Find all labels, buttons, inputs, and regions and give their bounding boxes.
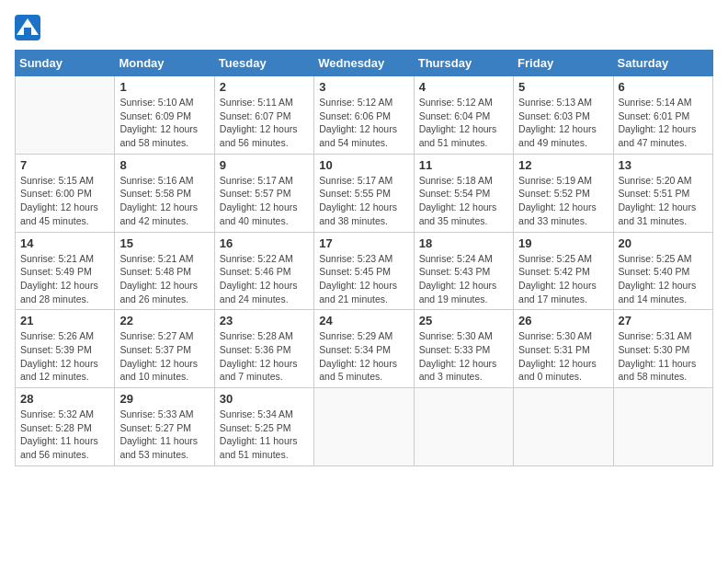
- calendar-cell: 14Sunrise: 5:21 AMSunset: 5:49 PMDayligh…: [16, 232, 115, 310]
- day-info: Sunrise: 5:11 AMSunset: 6:07 PMDaylight:…: [220, 96, 309, 150]
- day-number: 18: [419, 236, 508, 250]
- day-info: Sunrise: 5:23 AMSunset: 5:45 PMDaylight:…: [319, 252, 408, 306]
- day-number: 9: [220, 158, 309, 172]
- day-info: Sunrise: 5:30 AMSunset: 5:31 PMDaylight:…: [518, 329, 608, 384]
- calendar-cell: 10Sunrise: 5:17 AMSunset: 5:55 PMDayligh…: [314, 154, 414, 232]
- calendar-cell: 4Sunrise: 5:12 AMSunset: 6:04 PMDaylight…: [414, 76, 513, 155]
- day-number: 13: [619, 158, 708, 172]
- day-info: Sunrise: 5:14 AMSunset: 6:01 PMDaylight:…: [619, 96, 708, 150]
- calendar-cell: 5Sunrise: 5:13 AMSunset: 6:03 PMDaylight…: [514, 76, 613, 155]
- page-header: [15, 15, 713, 40]
- day-info: Sunrise: 5:19 AMSunset: 5:52 PMDaylight:…: [518, 174, 608, 228]
- day-info: Sunrise: 5:27 AMSunset: 5:37 PMDaylight:…: [119, 329, 209, 384]
- day-info: Sunrise: 5:29 AMSunset: 5:34 PMDaylight:…: [319, 329, 408, 384]
- day-number: 3: [319, 80, 408, 94]
- calendar-cell: 16Sunrise: 5:22 AMSunset: 5:46 PMDayligh…: [214, 232, 313, 310]
- day-number: 27: [619, 314, 708, 327]
- day-number: 29: [119, 392, 209, 406]
- day-info: Sunrise: 5:33 AMSunset: 5:27 PMDaylight:…: [119, 408, 209, 462]
- day-number: 10: [319, 158, 408, 172]
- calendar-cell: [514, 388, 613, 466]
- day-number: 4: [419, 80, 508, 94]
- day-info: Sunrise: 5:18 AMSunset: 5:54 PMDaylight:…: [419, 174, 508, 228]
- day-info: Sunrise: 5:10 AMSunset: 6:09 PMDaylight:…: [119, 96, 209, 150]
- day-info: Sunrise: 5:17 AMSunset: 5:55 PMDaylight:…: [319, 174, 408, 228]
- day-info: Sunrise: 5:24 AMSunset: 5:43 PMDaylight:…: [419, 252, 508, 306]
- day-number: 15: [119, 236, 209, 250]
- day-number: 2: [220, 80, 309, 94]
- day-number: 28: [20, 392, 109, 406]
- day-number: 11: [419, 158, 508, 172]
- calendar-cell: 1Sunrise: 5:10 AMSunset: 6:09 PMDaylight…: [115, 76, 214, 155]
- day-number: 12: [518, 158, 608, 172]
- calendar-day-header: Tuesday: [214, 51, 313, 76]
- calendar-week-row: 7Sunrise: 5:15 AMSunset: 6:00 PMDaylight…: [16, 154, 713, 232]
- day-info: Sunrise: 5:17 AMSunset: 5:57 PMDaylight:…: [220, 174, 309, 228]
- day-info: Sunrise: 5:16 AMSunset: 5:58 PMDaylight:…: [119, 174, 209, 228]
- day-info: Sunrise: 5:25 AMSunset: 5:42 PMDaylight:…: [518, 252, 608, 306]
- calendar-day-header: Monday: [115, 51, 214, 76]
- day-number: 7: [20, 158, 109, 172]
- logo: [15, 15, 44, 40]
- svg-rect-2: [24, 28, 31, 35]
- day-number: 1: [119, 80, 209, 94]
- calendar-cell: 27Sunrise: 5:31 AMSunset: 5:30 PMDayligh…: [613, 310, 712, 388]
- day-info: Sunrise: 5:12 AMSunset: 6:04 PMDaylight:…: [419, 96, 508, 150]
- calendar-day-header: Saturday: [613, 51, 712, 76]
- calendar-week-row: 21Sunrise: 5:26 AMSunset: 5:39 PMDayligh…: [16, 310, 713, 388]
- day-number: 26: [518, 314, 608, 327]
- day-info: Sunrise: 5:25 AMSunset: 5:40 PMDaylight:…: [619, 252, 708, 306]
- calendar-day-header: Sunday: [16, 51, 115, 76]
- day-number: 16: [220, 236, 309, 250]
- calendar-cell: 29Sunrise: 5:33 AMSunset: 5:27 PMDayligh…: [115, 388, 214, 466]
- calendar-cell: 6Sunrise: 5:14 AMSunset: 6:01 PMDaylight…: [613, 76, 712, 155]
- calendar-cell: 18Sunrise: 5:24 AMSunset: 5:43 PMDayligh…: [414, 232, 513, 310]
- day-number: 21: [20, 314, 109, 327]
- calendar-cell: 22Sunrise: 5:27 AMSunset: 5:37 PMDayligh…: [115, 310, 214, 388]
- calendar-cell: [613, 388, 712, 466]
- calendar-day-header: Wednesday: [314, 51, 414, 76]
- day-number: 23: [220, 314, 309, 327]
- calendar-cell: 20Sunrise: 5:25 AMSunset: 5:40 PMDayligh…: [613, 232, 712, 310]
- day-info: Sunrise: 5:13 AMSunset: 6:03 PMDaylight:…: [518, 96, 608, 150]
- day-number: 22: [119, 314, 209, 327]
- calendar-day-header: Friday: [514, 51, 613, 76]
- calendar-table: SundayMondayTuesdayWednesdayThursdayFrid…: [15, 50, 713, 466]
- calendar-cell: 2Sunrise: 5:11 AMSunset: 6:07 PMDaylight…: [214, 76, 313, 155]
- day-info: Sunrise: 5:15 AMSunset: 6:00 PMDaylight:…: [20, 174, 109, 228]
- calendar-cell: 23Sunrise: 5:28 AMSunset: 5:36 PMDayligh…: [214, 310, 313, 388]
- calendar-cell: 12Sunrise: 5:19 AMSunset: 5:52 PMDayligh…: [514, 154, 613, 232]
- calendar-week-row: 14Sunrise: 5:21 AMSunset: 5:49 PMDayligh…: [16, 232, 713, 310]
- day-number: 14: [20, 236, 109, 250]
- day-info: Sunrise: 5:22 AMSunset: 5:46 PMDaylight:…: [220, 252, 309, 306]
- day-number: 19: [518, 236, 608, 250]
- calendar-cell: 26Sunrise: 5:30 AMSunset: 5:31 PMDayligh…: [514, 310, 613, 388]
- calendar-day-header: Thursday: [414, 51, 513, 76]
- day-number: 5: [518, 80, 608, 94]
- day-number: 30: [220, 392, 309, 406]
- day-number: 20: [619, 236, 708, 250]
- day-info: Sunrise: 5:26 AMSunset: 5:39 PMDaylight:…: [20, 329, 109, 384]
- calendar-cell: 8Sunrise: 5:16 AMSunset: 5:58 PMDaylight…: [115, 154, 214, 232]
- calendar-cell: 28Sunrise: 5:32 AMSunset: 5:28 PMDayligh…: [16, 388, 115, 466]
- day-number: 24: [319, 314, 408, 327]
- calendar-cell: [16, 76, 115, 155]
- day-number: 25: [419, 314, 508, 327]
- calendar-cell: 21Sunrise: 5:26 AMSunset: 5:39 PMDayligh…: [16, 310, 115, 388]
- calendar-week-row: 1Sunrise: 5:10 AMSunset: 6:09 PMDaylight…: [16, 76, 713, 155]
- logo-icon: [15, 15, 40, 40]
- day-info: Sunrise: 5:32 AMSunset: 5:28 PMDaylight:…: [20, 408, 109, 462]
- calendar-cell: 15Sunrise: 5:21 AMSunset: 5:48 PMDayligh…: [115, 232, 214, 310]
- calendar-cell: 25Sunrise: 5:30 AMSunset: 5:33 PMDayligh…: [414, 310, 513, 388]
- calendar-cell: [314, 388, 414, 466]
- calendar-week-row: 28Sunrise: 5:32 AMSunset: 5:28 PMDayligh…: [16, 388, 713, 466]
- day-info: Sunrise: 5:21 AMSunset: 5:48 PMDaylight:…: [119, 252, 209, 306]
- day-info: Sunrise: 5:31 AMSunset: 5:30 PMDaylight:…: [619, 329, 708, 384]
- day-number: 17: [319, 236, 408, 250]
- day-info: Sunrise: 5:28 AMSunset: 5:36 PMDaylight:…: [220, 329, 309, 384]
- calendar-cell: 13Sunrise: 5:20 AMSunset: 5:51 PMDayligh…: [613, 154, 712, 232]
- day-info: Sunrise: 5:21 AMSunset: 5:49 PMDaylight:…: [20, 252, 109, 306]
- calendar-cell: 30Sunrise: 5:34 AMSunset: 5:25 PMDayligh…: [214, 388, 313, 466]
- calendar-cell: [414, 388, 513, 466]
- calendar-cell: 7Sunrise: 5:15 AMSunset: 6:00 PMDaylight…: [16, 154, 115, 232]
